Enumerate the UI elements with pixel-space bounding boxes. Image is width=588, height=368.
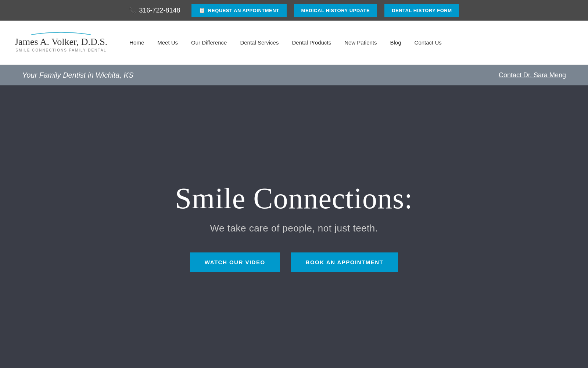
hero-subtitle: We take care of people, not just teeth.: [210, 223, 378, 234]
phone-number: 316-722-8148: [129, 7, 180, 14]
nav-item-home[interactable]: Home: [129, 39, 144, 46]
tagline-text: Your Family Dentist in Wichita, KS: [22, 71, 133, 79]
main-nav: Home Meet Us Our Difference Dental Servi…: [129, 39, 442, 46]
logo-name: James A. Volker, D.D.S.: [15, 36, 107, 47]
nav-item-dental-products[interactable]: Dental Products: [292, 39, 331, 46]
logo-subtitle: SMILE CONNECTIONS FAMILY DENTAL: [15, 48, 107, 52]
nav-links: Home Meet Us Our Difference Dental Servi…: [129, 39, 442, 46]
dental-history-button[interactable]: DENTAL HISTORY FORM: [384, 4, 459, 17]
contact-dr-link[interactable]: Contact Dr. Sara Meng: [499, 71, 566, 79]
nav-item-contact-us[interactable]: Contact Us: [415, 39, 442, 46]
nav-item-blog[interactable]: Blog: [390, 39, 401, 46]
nav-item-dental-services[interactable]: Dental Services: [240, 39, 279, 46]
calendar-icon: [199, 7, 205, 13]
logo-swoosh-icon: [24, 30, 98, 36]
phone-icon: [129, 7, 136, 14]
request-appointment-button[interactable]: REQUEST AN APPOINTMENT: [191, 4, 287, 17]
nav-bar: James A. Volker, D.D.S. SMILE CONNECTION…: [0, 21, 588, 65]
medical-history-button[interactable]: MEDICAL HISTORY UPDATE: [294, 4, 377, 17]
nav-item-our-difference[interactable]: Our Difference: [191, 39, 227, 46]
nav-item-meet-us[interactable]: Meet Us: [157, 39, 178, 46]
book-appointment-button[interactable]: BOOK AN APPOINTMENT: [291, 252, 398, 272]
hero-section: Smile Connections: We take care of peopl…: [0, 85, 588, 368]
logo: James A. Volker, D.D.S. SMILE CONNECTION…: [15, 33, 107, 52]
hero-title: Smile Connections:: [175, 182, 413, 215]
hero-buttons: WATCH OUR VIDEO BOOK AN APPOINTMENT: [190, 252, 398, 272]
nav-item-new-patients[interactable]: New Patients: [344, 39, 377, 46]
tagline-bar: Your Family Dentist in Wichita, KS Conta…: [0, 65, 588, 85]
top-bar: 316-722-8148 REQUEST AN APPOINTMENT MEDI…: [0, 0, 588, 21]
watch-video-button[interactable]: WATCH OUR VIDEO: [190, 252, 280, 272]
